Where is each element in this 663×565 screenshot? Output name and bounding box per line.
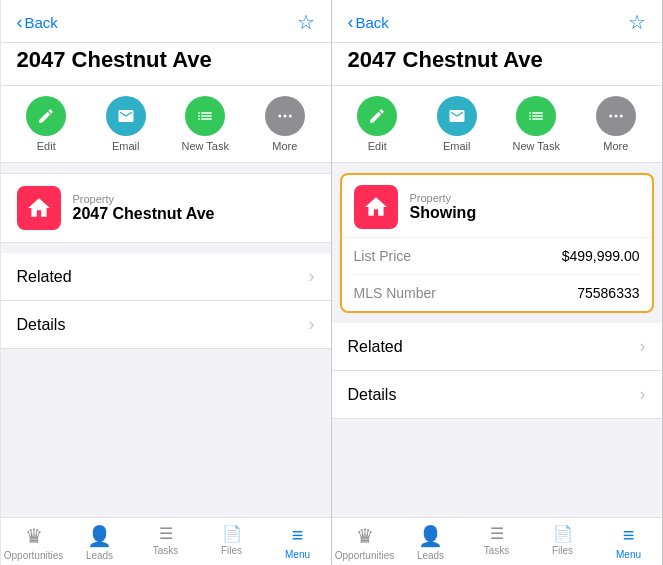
detail-rows-container: List Price $499,999.00 MLS Number 755863… [342, 238, 652, 311]
property-card[interactable]: Property 2047 Chestnut Ave [1, 173, 331, 243]
email-label-right: Email [443, 140, 471, 152]
nav-opportunities-right[interactable]: ♛ Opportunities [332, 524, 398, 561]
bottom-nav-right: ♛ Opportunities 👤 Leads ☰ Tasks 📄 Files … [332, 517, 662, 565]
list-price-label: List Price [354, 248, 412, 264]
related-label: Related [17, 268, 72, 286]
edit-action[interactable]: Edit [9, 96, 85, 152]
tasks-icon: ☰ [159, 524, 173, 543]
nav-leads-right[interactable]: 👤 Leads [398, 524, 464, 561]
new-task-label: New Task [182, 140, 229, 152]
highlighted-property-card: Property Showing [342, 175, 652, 238]
opportunities-icon: ♛ [25, 524, 43, 548]
list-price-row: List Price $499,999.00 [354, 238, 640, 275]
new-task-action[interactable]: New Task [168, 96, 244, 152]
property-icon [17, 186, 61, 230]
tasks-nav-label: Tasks [153, 545, 179, 556]
leads-right-icon: 👤 [418, 524, 443, 548]
nav-files-right[interactable]: 📄 Files [530, 524, 596, 561]
svg-point-5 [620, 115, 623, 118]
nav-tasks-right[interactable]: ☰ Tasks [464, 524, 530, 561]
details-label: Details [17, 316, 66, 334]
property-info-right: Property Showing [410, 192, 477, 222]
files-nav-label: Files [221, 545, 242, 556]
nav-leads[interactable]: 👤 Leads [67, 524, 133, 561]
header-left: ‹ Back ☆ [1, 0, 331, 43]
leads-icon: 👤 [87, 524, 112, 548]
actions-bar: Edit Email New Task More [1, 86, 331, 163]
back-label-right: Back [356, 14, 389, 31]
edit-action-right[interactable]: Edit [340, 96, 416, 152]
mls-label: MLS Number [354, 285, 436, 301]
back-chevron-icon: ‹ [17, 13, 23, 31]
property-name-right: Showing [410, 204, 477, 222]
more-action[interactable]: More [247, 96, 323, 152]
back-label: Back [25, 14, 58, 31]
new-task-action-right[interactable]: New Task [499, 96, 575, 152]
email-action-right[interactable]: Email [419, 96, 495, 152]
list-price-value: $499,999.00 [562, 248, 640, 264]
back-button-right[interactable]: ‹ Back [348, 14, 389, 31]
details-section-right[interactable]: Details › [332, 371, 662, 419]
svg-point-4 [614, 115, 617, 118]
header-right: ‹ Back ☆ [332, 0, 662, 43]
nav-menu[interactable]: ≡ Menu [265, 524, 331, 561]
more-icon-circle-right [596, 96, 636, 136]
more-label-right: More [603, 140, 628, 152]
details-label-right: Details [348, 386, 397, 404]
new-task-label-right: New Task [513, 140, 560, 152]
property-info: Property 2047 Chestnut Ave [73, 193, 215, 223]
email-action[interactable]: Email [88, 96, 164, 152]
mls-number-row: MLS Number 75586333 [354, 275, 640, 311]
related-chevron-right-icon: › [640, 336, 646, 357]
tasks-nav-label-right: Tasks [484, 545, 510, 556]
highlighted-card-container[interactable]: Property Showing List Price $499,999.00 … [340, 173, 654, 313]
property-type-label: Property [73, 193, 215, 205]
nav-files[interactable]: 📄 Files [199, 524, 265, 561]
mls-value: 75586333 [577, 285, 639, 301]
new-task-icon-circle-right [516, 96, 556, 136]
more-action-right[interactable]: More [578, 96, 654, 152]
edit-label-right: Edit [368, 140, 387, 152]
details-chevron-icon: › [309, 314, 315, 335]
property-icon-right [354, 185, 398, 229]
actions-bar-right: Edit Email New Task More [332, 86, 662, 163]
nav-opportunities[interactable]: ♛ Opportunities [1, 524, 67, 561]
details-chevron-right-icon: › [640, 384, 646, 405]
svg-point-0 [278, 115, 281, 118]
new-task-icon-circle [185, 96, 225, 136]
menu-nav-label: Menu [285, 549, 310, 560]
back-button[interactable]: ‹ Back [17, 14, 58, 31]
more-icon-circle [265, 96, 305, 136]
property-name: 2047 Chestnut Ave [73, 205, 215, 223]
page-title-right: 2047 Chestnut Ave [332, 43, 662, 86]
favorite-icon[interactable]: ☆ [297, 10, 315, 34]
details-section[interactable]: Details › [1, 301, 331, 349]
menu-nav-label-right: Menu [616, 549, 641, 560]
related-section[interactable]: Related › [1, 253, 331, 301]
leads-nav-label: Leads [86, 550, 113, 561]
menu-right-icon: ≡ [623, 524, 635, 547]
nav-menu-right[interactable]: ≡ Menu [596, 524, 662, 561]
edit-icon-circle-right [357, 96, 397, 136]
nav-tasks[interactable]: ☰ Tasks [133, 524, 199, 561]
property-type-label-right: Property [410, 192, 477, 204]
leads-nav-label-right: Leads [417, 550, 444, 561]
related-label-right: Related [348, 338, 403, 356]
tasks-right-icon: ☰ [490, 524, 504, 543]
more-label: More [272, 140, 297, 152]
email-icon-circle [106, 96, 146, 136]
opportunities-nav-label-right: Opportunities [335, 550, 394, 561]
favorite-right-icon[interactable]: ☆ [628, 10, 646, 34]
files-nav-label-right: Files [552, 545, 573, 556]
email-label: Email [112, 140, 140, 152]
related-section-right[interactable]: Related › [332, 323, 662, 371]
edit-icon-circle [26, 96, 66, 136]
opportunities-right-icon: ♛ [356, 524, 374, 548]
panel-left: ‹ Back ☆ 2047 Chestnut Ave Edit Email Ne… [1, 0, 332, 565]
edit-label: Edit [37, 140, 56, 152]
opportunities-nav-label: Opportunities [4, 550, 63, 561]
svg-point-1 [283, 115, 286, 118]
menu-icon: ≡ [292, 524, 304, 547]
email-icon-circle-right [437, 96, 477, 136]
svg-point-3 [609, 115, 612, 118]
